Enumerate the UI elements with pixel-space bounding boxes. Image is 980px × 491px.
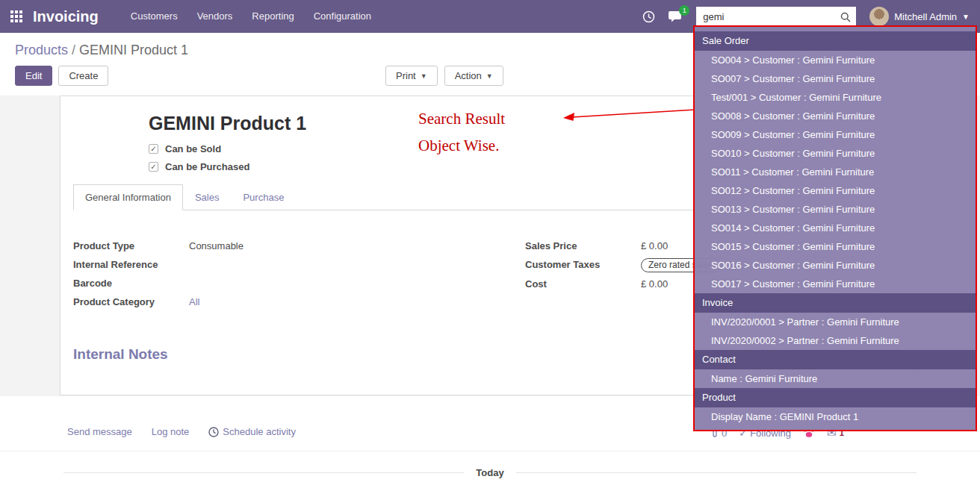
chatter-actions: Send message Log note Schedule activity xyxy=(67,426,296,437)
search-result-item[interactable]: SO011 > Customer : Gemini Furniture xyxy=(695,163,976,181)
field-value: £ 0.00 xyxy=(641,239,668,253)
search-result-item[interactable]: SO017 > Customer : Gemini Furniture xyxy=(695,275,976,293)
fields-left-column: Product TypeConsumableInternal Reference… xyxy=(73,239,489,313)
search-result-item[interactable]: SO012 > Customer : Gemini Furniture xyxy=(695,181,976,200)
navbar-right: 1 Mitchell Admin ▼ xyxy=(642,7,970,27)
create-button[interactable]: Create xyxy=(58,66,108,86)
schedule-activity-link[interactable]: Schedule activity xyxy=(208,426,296,437)
nav-menu-reporting[interactable]: Reporting xyxy=(242,0,303,33)
search-result-item[interactable]: SO004 > Customer : Gemini Furniture xyxy=(695,51,976,69)
annotation-line1: Search Result xyxy=(418,110,505,128)
nav-menu-configuration[interactable]: Configuration xyxy=(304,0,381,33)
field-barcode: Barcode xyxy=(73,276,489,290)
form-buttons: Edit Create xyxy=(15,66,108,86)
field-value: Consumable xyxy=(189,239,244,253)
search-result-item[interactable]: SO007 > Customer : Gemini Furniture xyxy=(695,69,976,88)
search-group-sale-order: Sale Order xyxy=(695,31,976,51)
send-message-link[interactable]: Send message xyxy=(67,426,132,437)
activities-clock-icon[interactable] xyxy=(642,10,655,23)
field-label: Product Type xyxy=(73,239,189,253)
navbar-menus: CustomersVendorsReportingConfiguration xyxy=(121,0,381,33)
search-result-item[interactable]: SO014 > Customer : Gemini Furniture xyxy=(695,219,976,237)
search-input[interactable] xyxy=(696,7,856,27)
action-button-label: Action xyxy=(455,70,482,81)
breadcrumb-separator: / xyxy=(68,43,79,57)
checkbox-icon[interactable]: ✓ xyxy=(149,144,158,154)
search-group-product: Product xyxy=(695,388,976,407)
checkbox-icon[interactable]: ✓ xyxy=(149,162,158,172)
print-button[interactable]: Print ▼ xyxy=(385,66,438,86)
nav-menu-customers[interactable]: Customers xyxy=(121,0,187,33)
search-icon[interactable] xyxy=(840,12,851,25)
search-results-dropdown: Sale OrderSO004 > Customer : Gemini Furn… xyxy=(693,25,977,431)
edit-button[interactable]: Edit xyxy=(15,66,52,86)
chatter-divider xyxy=(0,451,980,451)
today-divider: Today xyxy=(63,467,917,478)
annotation-arrow xyxy=(560,103,698,125)
user-name: Mitchell Admin xyxy=(894,11,957,22)
breadcrumb: Products / GEMINI Product 1 xyxy=(15,43,188,58)
field-value[interactable]: All xyxy=(189,295,199,309)
action-button[interactable]: Action ▼ xyxy=(444,66,503,86)
search-result-item[interactable]: SO008 > Customer : Gemini Furniture xyxy=(695,107,976,125)
search-result-item[interactable]: Name : Gemini Furniture xyxy=(695,369,976,388)
message-count-badge: 1 xyxy=(679,5,689,16)
app-name[interactable]: Invoicing xyxy=(33,8,99,25)
navbar-left: Invoicing CustomersVendorsReportingConfi… xyxy=(10,0,381,33)
messages-icon[interactable]: 1 xyxy=(669,10,683,22)
search-result-item[interactable]: INV/2020/0002 > Partner : Gemini Furnitu… xyxy=(695,331,976,350)
checkbox-label: Can be Purchased xyxy=(165,161,249,172)
nav-menu-vendors[interactable]: Vendors xyxy=(187,0,243,33)
today-label: Today xyxy=(476,467,503,478)
caret-down-icon: ▼ xyxy=(486,72,493,80)
checkbox-label: Can be Sold xyxy=(165,143,221,154)
caret-down-icon: ▼ xyxy=(962,13,970,21)
field-label: Barcode xyxy=(73,276,189,290)
user-menu[interactable]: Mitchell Admin ▼ xyxy=(869,7,970,26)
breadcrumb-products-link[interactable]: Products xyxy=(15,43,68,57)
schedule-activity-label: Schedule activity xyxy=(223,426,296,437)
field-label: Internal Reference xyxy=(73,257,189,272)
search-result-item[interactable]: Display Name : GEMINI Product 1 xyxy=(695,407,976,426)
field-label: Product Category xyxy=(73,295,189,309)
search-result-item[interactable]: SO015 > Customer : Gemini Furniture xyxy=(695,237,976,256)
log-note-link[interactable]: Log note xyxy=(152,426,190,437)
field-product-category: Product CategoryAll xyxy=(73,295,489,309)
field-label: Cost xyxy=(525,277,641,291)
search-group-invoice: Invoice xyxy=(695,293,976,313)
tab-general-information[interactable]: General Information xyxy=(73,184,183,210)
field-value: £ 0.00 xyxy=(641,277,668,291)
tab-sales[interactable]: Sales xyxy=(183,184,232,210)
apps-grid-icon[interactable] xyxy=(10,10,22,22)
navbar-search xyxy=(696,7,856,27)
breadcrumb-current: GEMINI Product 1 xyxy=(79,43,188,57)
schedule-clock-icon xyxy=(208,427,219,437)
print-button-label: Print xyxy=(396,70,416,81)
search-result-item[interactable]: INV/2020/0001 > Partner : Gemini Furnitu… xyxy=(695,313,976,331)
form-action-buttons: Print ▼ Action ▼ xyxy=(385,66,503,86)
search-group-contact: Contact xyxy=(695,350,976,369)
tab-purchase[interactable]: Purchase xyxy=(231,184,296,210)
user-avatar xyxy=(869,7,889,26)
field-internal-reference: Internal Reference xyxy=(73,257,489,272)
search-result-item[interactable]: SO016 > Customer : Gemini Furniture xyxy=(695,256,976,275)
search-result-item[interactable]: Test/001 > Customer : Gemini Furniture xyxy=(695,88,976,107)
search-result-item[interactable]: SO009 > Customer : Gemini Furniture xyxy=(695,125,976,144)
caret-down-icon: ▼ xyxy=(421,72,427,80)
field-label: Sales Price xyxy=(525,239,641,253)
search-result-item[interactable]: SO013 > Customer : Gemini Furniture xyxy=(695,200,976,219)
field-product-type: Product TypeConsumable xyxy=(73,239,489,253)
field-label: Customer Taxes xyxy=(525,257,641,272)
annotation-line2: Object Wise. xyxy=(418,137,499,155)
search-result-item[interactable]: SO010 > Customer : Gemini Furniture xyxy=(695,144,976,163)
